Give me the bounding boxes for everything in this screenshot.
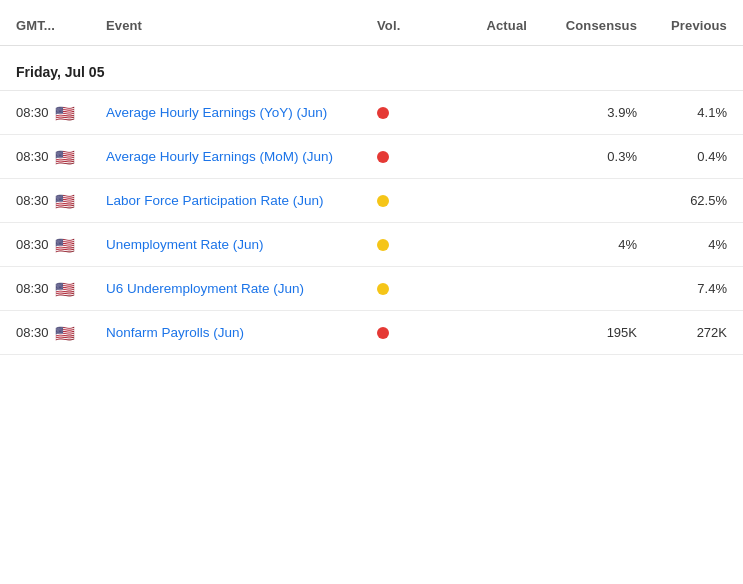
flag-icon: 🇺🇸 [55, 106, 77, 120]
volatility-indicator [377, 107, 437, 119]
row-time: 08:30 🇺🇸 [16, 193, 106, 208]
vol-dot-yellow [377, 239, 389, 251]
previous-value: 4.1% [637, 105, 727, 120]
event-link[interactable]: Average Hourly Earnings (YoY) (Jun) [106, 105, 377, 120]
row-time: 08:30 🇺🇸 [16, 281, 106, 296]
time-value: 08:30 [16, 237, 49, 252]
flag-icon: 🇺🇸 [55, 326, 77, 340]
consensus-value: 0.3% [527, 149, 637, 164]
row-time: 08:30 🇺🇸 [16, 105, 106, 120]
consensus-value: 3.9% [527, 105, 637, 120]
flag-icon: 🇺🇸 [55, 194, 77, 208]
consensus-value: 4% [527, 237, 637, 252]
table-row: 08:30 🇺🇸 U6 Underemployment Rate (Jun) 7… [0, 267, 743, 311]
volatility-indicator [377, 283, 437, 295]
col-header-previous: Previous [637, 18, 727, 33]
col-header-vol: Vol. [377, 18, 437, 33]
previous-value: 7.4% [637, 281, 727, 296]
time-value: 08:30 [16, 105, 49, 120]
event-link[interactable]: Nonfarm Payrolls (Jun) [106, 325, 377, 340]
volatility-indicator [377, 195, 437, 207]
col-header-gmt: GMT... [16, 18, 106, 33]
flag-icon: 🇺🇸 [55, 150, 77, 164]
volatility-indicator [377, 151, 437, 163]
row-time: 08:30 🇺🇸 [16, 149, 106, 164]
volatility-indicator [377, 239, 437, 251]
event-link[interactable]: Labor Force Participation Rate (Jun) [106, 193, 377, 208]
time-value: 08:30 [16, 193, 49, 208]
flag-icon: 🇺🇸 [55, 282, 77, 296]
time-value: 08:30 [16, 281, 49, 296]
vol-dot-red [377, 327, 389, 339]
event-link[interactable]: U6 Underemployment Rate (Jun) [106, 281, 377, 296]
table-row: 08:30 🇺🇸 Unemployment Rate (Jun) 4% 4% [0, 223, 743, 267]
table-row: 08:30 🇺🇸 Nonfarm Payrolls (Jun) 195K 272… [0, 311, 743, 355]
vol-dot-yellow [377, 283, 389, 295]
time-value: 08:30 [16, 325, 49, 340]
previous-value: 4% [637, 237, 727, 252]
table-header: GMT... Event Vol. Actual Consensus Previ… [0, 0, 743, 46]
row-time: 08:30 🇺🇸 [16, 237, 106, 252]
table-row: 08:30 🇺🇸 Labor Force Participation Rate … [0, 179, 743, 223]
previous-value: 272K [637, 325, 727, 340]
vol-dot-red [377, 107, 389, 119]
table-row: 08:30 🇺🇸 Average Hourly Earnings (MoM) (… [0, 135, 743, 179]
event-link[interactable]: Unemployment Rate (Jun) [106, 237, 377, 252]
volatility-indicator [377, 327, 437, 339]
vol-dot-yellow [377, 195, 389, 207]
col-header-consensus: Consensus [527, 18, 637, 33]
previous-value: 0.4% [637, 149, 727, 164]
table-row: 08:30 🇺🇸 Average Hourly Earnings (YoY) (… [0, 91, 743, 135]
col-header-event: Event [106, 18, 377, 33]
vol-dot-red [377, 151, 389, 163]
consensus-value: 195K [527, 325, 637, 340]
event-link[interactable]: Average Hourly Earnings (MoM) (Jun) [106, 149, 377, 164]
previous-value: 62.5% [637, 193, 727, 208]
time-value: 08:30 [16, 149, 49, 164]
row-time: 08:30 🇺🇸 [16, 325, 106, 340]
economic-calendar-table: GMT... Event Vol. Actual Consensus Previ… [0, 0, 743, 584]
col-header-actual: Actual [437, 18, 527, 33]
flag-icon: 🇺🇸 [55, 238, 77, 252]
section-friday-jul05: Friday, Jul 05 [0, 46, 743, 91]
